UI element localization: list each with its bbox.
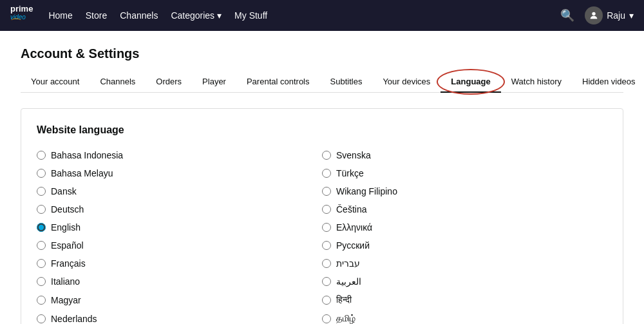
language-radio-russkiy[interactable]	[322, 241, 331, 250]
language-label-turkce[interactable]: Türkçe	[336, 168, 364, 178]
language-label-arabic[interactable]: العربية	[336, 276, 361, 287]
list-item: Español	[37, 236, 322, 254]
nav-categories[interactable]: Categories ▾	[171, 10, 222, 21]
language-radio-espanol[interactable]	[37, 241, 46, 250]
list-item: हिन्दी	[322, 291, 607, 309]
language-label-espanol[interactable]: Español	[51, 240, 84, 251]
language-radio-ellinika[interactable]	[322, 223, 331, 232]
language-grid: Bahasa IndonesiaSvenskaBahasa MelayuTürk…	[37, 146, 607, 324]
list-item: English	[37, 218, 322, 236]
tab-language[interactable]: Language	[440, 71, 500, 93]
language-label-ellinika[interactable]: Ελληνικά	[336, 222, 372, 233]
language-label-ivrit[interactable]: עברית	[336, 258, 360, 269]
tab-channels[interactable]: Channels	[90, 71, 146, 93]
list-item: Wikang Filipino	[322, 182, 607, 200]
tab-hidden-videos[interactable]: Hidden videos	[572, 71, 644, 93]
language-radio-bahasa-indonesia[interactable]	[37, 151, 46, 160]
list-item: Dansk	[37, 182, 322, 200]
language-radio-italiano[interactable]	[37, 277, 46, 286]
list-item: Ελληνικά	[322, 218, 607, 236]
language-radio-svenska[interactable]	[322, 151, 331, 160]
language-label-bahasa-melayu[interactable]: Bahasa Melayu	[51, 168, 113, 178]
user-chevron-icon: ▾	[629, 10, 634, 21]
list-item: עברית	[322, 254, 607, 272]
language-radio-turkce[interactable]	[322, 169, 331, 178]
main-nav: Home Store Channels Categories ▾ My Stuf…	[48, 10, 545, 21]
language-radio-wikang-filipino[interactable]	[322, 187, 331, 196]
language-label-english[interactable]: English	[51, 222, 80, 233]
language-radio-nederlands[interactable]	[37, 314, 46, 323]
logo-arrow: ⌒	[10, 21, 33, 28]
language-radio-english[interactable]	[37, 223, 46, 232]
list-item: Svenska	[322, 146, 607, 164]
nav-home[interactable]: Home	[48, 10, 72, 21]
chevron-down-icon: ▾	[217, 10, 222, 21]
section-title: Website language	[37, 124, 607, 136]
language-radio-bahasa-melayu[interactable]	[37, 169, 46, 178]
language-radio-ivrit[interactable]	[322, 259, 331, 268]
list-item: Magyar	[37, 291, 322, 309]
tab-language-wrapper: Language	[440, 71, 500, 92]
search-button[interactable]: 🔍	[560, 8, 574, 23]
language-label-cestina[interactable]: Čeština	[336, 204, 366, 214]
avatar	[585, 6, 603, 24]
language-label-russkiy[interactable]: Русский	[336, 240, 370, 251]
list-item: Deutsch	[37, 200, 322, 218]
language-radio-hindi[interactable]	[322, 296, 331, 305]
language-label-dansk[interactable]: Dansk	[51, 186, 77, 196]
user-menu[interactable]: Raju ▾	[585, 6, 634, 24]
header: prime video ⌒ Home Store Channels Catego…	[0, 0, 644, 31]
language-radio-francais[interactable]	[37, 259, 46, 268]
tab-your-devices[interactable]: Your devices	[372, 71, 440, 93]
tab-player[interactable]: Player	[192, 71, 236, 93]
page-title: Account & Settings	[21, 46, 623, 61]
language-label-svenska[interactable]: Svenska	[336, 150, 371, 160]
list-item: Bahasa Indonesia	[37, 146, 322, 164]
language-label-magyar[interactable]: Magyar	[51, 295, 81, 305]
language-label-nederlands[interactable]: Nederlands	[51, 314, 97, 324]
svg-point-0	[592, 12, 596, 15]
list-item: Italiano	[37, 272, 322, 291]
list-item: Nederlands	[37, 309, 322, 324]
nav-channels[interactable]: Channels	[120, 10, 158, 21]
tab-parental-controls[interactable]: Parental controls	[236, 71, 320, 93]
header-right: 🔍 Raju ▾	[560, 6, 634, 24]
list-item: Türkçe	[322, 164, 607, 182]
tab-subtitles[interactable]: Subtitles	[320, 71, 373, 93]
language-label-bahasa-indonesia[interactable]: Bahasa Indonesia	[51, 150, 123, 160]
tab-watch-history[interactable]: Watch history	[501, 71, 572, 93]
language-radio-deutsch[interactable]	[37, 205, 46, 214]
language-label-deutsch[interactable]: Deutsch	[51, 204, 84, 214]
language-label-tamil[interactable]: தமிழ்	[336, 313, 355, 324]
language-radio-tamil[interactable]	[322, 314, 331, 323]
logo[interactable]: prime video ⌒	[10, 3, 33, 28]
list-item: Русский	[322, 236, 607, 254]
page-content: Account & Settings Your account Channels…	[0, 31, 644, 324]
username: Raju	[607, 10, 625, 21]
list-item: Bahasa Melayu	[37, 164, 322, 182]
settings-tabs: Your account Channels Orders Player Pare…	[21, 71, 623, 93]
language-radio-dansk[interactable]	[37, 187, 46, 196]
language-label-italiano[interactable]: Italiano	[51, 276, 80, 287]
tab-orders[interactable]: Orders	[146, 71, 192, 93]
language-label-wikang-filipino[interactable]: Wikang Filipino	[336, 186, 397, 196]
language-radio-cestina[interactable]	[322, 205, 331, 214]
language-radio-magyar[interactable]	[37, 296, 46, 305]
language-radio-arabic[interactable]	[322, 277, 331, 286]
nav-store[interactable]: Store	[86, 10, 107, 21]
list-item: தமிழ்	[322, 309, 607, 324]
nav-mystuff[interactable]: My Stuff	[234, 10, 267, 21]
language-label-hindi[interactable]: हिन्दी	[336, 294, 352, 305]
list-item: Čeština	[322, 200, 607, 218]
list-item: Français	[37, 254, 322, 272]
tab-your-account[interactable]: Your account	[21, 71, 90, 93]
list-item: العربية	[322, 272, 607, 291]
logo-prime: prime	[10, 4, 33, 14]
language-label-francais[interactable]: Français	[51, 258, 86, 269]
language-settings-box: Website language Bahasa IndonesiaSvenska…	[21, 108, 623, 324]
